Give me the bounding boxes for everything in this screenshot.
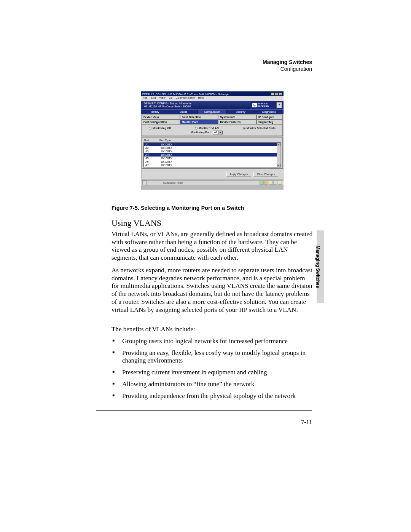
status-icon — [269, 181, 273, 185]
close-button[interactable]: × — [279, 93, 282, 96]
banner-line2: HP J4110A HP ProCurve Switch 8000M — [144, 105, 249, 108]
col-port: Port — [144, 139, 159, 142]
footer-rule — [96, 410, 312, 411]
port-list-body[interactable]: A110/100TX A210/100TX A310/100TX A410/10… — [143, 142, 281, 168]
tab-identity[interactable]: Identity — [141, 109, 169, 114]
menubar: File Edit View Go Communicator Help — [141, 96, 284, 101]
window-buttons: _ □ × — [271, 93, 282, 96]
table-row: A210/100TX — [144, 146, 280, 150]
status-bar: Document: Done — [141, 180, 284, 185]
maximize-button[interactable]: □ — [275, 93, 278, 96]
status-icon — [273, 181, 277, 185]
option-label: Monitor 1 VLAN — [199, 127, 219, 129]
page-number: 7-11 — [301, 419, 312, 426]
banner: DEFAULT_CONFIG - Status: Information HP … — [141, 101, 284, 109]
col-type: Port Type — [159, 139, 171, 142]
subtab-support[interactable]: Support/Mg — [256, 120, 283, 125]
tab-security[interactable]: Security — [226, 109, 255, 114]
status-icon — [264, 181, 268, 185]
subtab-device-view[interactable]: Device View — [142, 115, 180, 120]
list-item: Grouping users into logical networks for… — [112, 337, 313, 345]
port-list: Port Port Type A110/100TX A210/100TX A31… — [142, 137, 283, 169]
table-row: A110/100TX — [144, 143, 280, 146]
monitoring-port-value: A1 — [214, 131, 217, 134]
banner-line1: DEFAULT_CONFIG - Status: Information — [144, 102, 249, 105]
option-label: Monitor Selected Ports — [247, 127, 276, 129]
lock-icon — [142, 181, 147, 185]
section-heading: Using VLANS — [112, 218, 161, 228]
option-monitor-selected[interactable]: Monitor Selected Ports — [243, 127, 276, 129]
list-item: Preserving current investment in equipme… — [112, 369, 313, 377]
scroll-up-icon[interactable]: ▴ — [277, 143, 280, 146]
menu-help[interactable]: Help — [198, 96, 204, 99]
tab-configuration[interactable]: Configuration — [198, 109, 226, 114]
paragraph: Virtual LANs, or VLANs, are generally de… — [112, 230, 313, 262]
list-item: Providing an easy, flexible, less costly… — [112, 349, 313, 365]
list-item: Providing independence from the physical… — [112, 392, 313, 400]
table-row: A510/100TX — [144, 157, 280, 160]
scroll-down-icon[interactable]: ▾ — [277, 164, 280, 167]
scrollbar[interactable]: ▴ ▾ — [277, 143, 280, 167]
list-item: Allowing administrators to “fine tune” t… — [112, 380, 313, 388]
subtab-system-info[interactable]: System Info — [218, 115, 256, 120]
menu-view[interactable]: View — [159, 96, 166, 99]
menu-communicator[interactable]: Communicator — [176, 96, 195, 99]
main-tabs: Identity Status Configuration Security D… — [141, 109, 284, 114]
running-header: Managing Switches Configuration — [263, 59, 312, 72]
page: Managing Switches Configuration DEFAULT_… — [0, 0, 411, 532]
banner-text: DEFAULT_CONFIG - Status: Information HP … — [142, 101, 250, 109]
table-row: A410/100TX — [144, 153, 280, 157]
tab-diagnostics[interactable]: Diagnostics — [255, 109, 284, 114]
minimize-button[interactable]: _ — [271, 93, 274, 96]
thumb-tab: Managing Switches — [317, 230, 324, 303]
monitoring-port-label: Monitoring Port: — [191, 131, 211, 134]
header-chapter: Managing Switches — [263, 59, 312, 66]
hp-logo-text: HEWLETT PACKARD — [258, 102, 275, 108]
subtab-ip-config[interactable]: IP Configura — [256, 115, 283, 120]
radio-icon — [243, 127, 245, 129]
table-row: A310/100TX — [144, 150, 280, 153]
header-section: Configuration — [263, 66, 312, 73]
thumb-tab-label: Managing Switches — [315, 246, 320, 288]
hp-logo-icon: hp — [252, 103, 257, 107]
option-monitor-vlan[interactable]: Monitor 1 VLAN — [195, 127, 219, 129]
menu-edit[interactable]: Edit — [151, 96, 156, 99]
paragraph: As networks expand, more routers are nee… — [112, 267, 313, 314]
apply-button[interactable]: Apply Changes — [226, 172, 251, 177]
tab-status[interactable]: Status — [169, 109, 198, 114]
monitoring-port-row: Monitoring Port: A1 — [191, 131, 223, 134]
status-icon — [260, 181, 264, 185]
subtab-device-features[interactable]: Device Features — [218, 120, 256, 125]
status-icons — [260, 181, 282, 185]
hp-logo: hp HEWLETT PACKARD — [252, 101, 275, 109]
status-icon — [278, 181, 282, 185]
radio-icon — [195, 127, 198, 129]
menu-go[interactable]: Go — [169, 96, 172, 99]
table-row: A610/100TX — [144, 160, 280, 163]
button-row: Apply Changes Clear Changes — [142, 169, 283, 179]
subtab-port-config[interactable]: Port Configuration — [142, 120, 180, 125]
sub-tabs: Device View Fault Detection System Info … — [142, 115, 283, 125]
subtab-monitor-port[interactable]: Monitor Port — [180, 120, 218, 125]
subtab-fault-detection[interactable]: Fault Detection — [180, 115, 218, 120]
status-text: Document: Done — [163, 182, 183, 184]
monitoring-port-select[interactable]: A1 — [213, 131, 223, 134]
benefits-list: Grouping users into logical networks for… — [112, 337, 313, 404]
clear-button[interactable]: Clear Changes — [253, 172, 278, 177]
figure-screenshot: DEFAULT_CONFIG - HP J4110A HP ProCurve S… — [141, 91, 284, 190]
help-icon[interactable]: ? — [276, 102, 282, 108]
window-titlebar: DEFAULT_CONFIG - HP J4110A HP ProCurve S… — [141, 91, 284, 96]
figure-caption: Figure 7-5. Selecting a Monitoring Port … — [112, 205, 244, 211]
paragraph: The benefits of VLANs include: — [112, 326, 313, 334]
menu-file[interactable]: File — [143, 96, 148, 99]
radio-icon — [149, 127, 151, 129]
monitor-options: Monitoring Off Monitor 1 VLAN Monitor Se… — [142, 125, 283, 136]
window-title: DEFAULT_CONFIG - HP J4110A HP ProCurve S… — [142, 93, 229, 96]
option-monitoring-off[interactable]: Monitoring Off — [149, 127, 171, 129]
table-row: A710/100TX — [144, 163, 280, 167]
option-label: Monitoring Off — [153, 127, 171, 129]
